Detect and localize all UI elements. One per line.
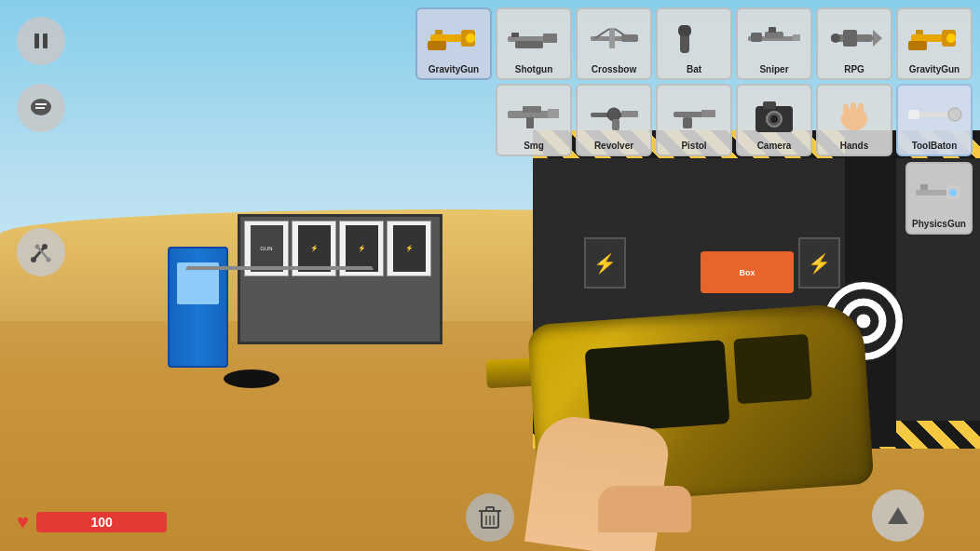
range-board: GUN ⚡ ⚡ ⚡ — [238, 214, 442, 344]
weapon-cell-revolver[interactable]: Revolver — [576, 84, 652, 156]
svg-rect-5 — [34, 34, 39, 48]
chat-icon — [29, 97, 53, 119]
weapon-icon-crossbow — [581, 14, 647, 62]
svg-rect-71 — [851, 102, 856, 119]
pause-button[interactable] — [17, 17, 65, 65]
weapon-label-smg: Smg — [524, 141, 544, 152]
vending-machine — [168, 247, 228, 368]
weapon-icon-gravity-gun-1 — [421, 14, 486, 62]
weapon-icon-camera — [742, 90, 807, 139]
svg-rect-63 — [683, 117, 692, 128]
weapon-icon-gravity-gun-2 — [902, 14, 967, 62]
weapon-label-physics-gun: PhysicsGun — [912, 219, 966, 230]
trash-icon — [478, 504, 502, 531]
weapon-icon-smg — [501, 90, 566, 139]
svg-rect-24 — [430, 34, 463, 42]
svg-rect-28 — [428, 41, 446, 50]
weapon-label-gravity-gun-1: GravityGun — [429, 64, 479, 75]
delete-button[interactable] — [466, 493, 514, 542]
weapon-cell-hands[interactable]: Hands — [816, 84, 892, 156]
weapon-cell-bat[interactable]: Bat — [656, 7, 732, 80]
svg-rect-62 — [674, 112, 706, 117]
svg-point-15 — [47, 258, 51, 262]
weapon-cell-crossbow[interactable]: Crossbow — [576, 7, 652, 80]
weapon-label-hands: Hands — [840, 141, 869, 152]
svg-rect-26 — [435, 30, 442, 34]
weapon-label-bat: Bat — [687, 64, 701, 75]
weapon-cell-physics-gun[interactable]: PhysicsGun — [905, 162, 973, 235]
svg-marker-46 — [873, 30, 882, 47]
weapon-cell-pistol[interactable]: Pistol — [656, 84, 732, 156]
weapon-cell-rpg[interactable]: RPG — [816, 7, 892, 80]
weapon-icon-tool-baton — [902, 90, 967, 139]
svg-rect-72 — [858, 103, 864, 119]
svg-rect-41 — [765, 32, 783, 38]
weapon-label-gravity-gun-2: GravityGun — [909, 64, 960, 75]
svg-point-78 — [949, 189, 957, 196]
weapon-label-rpg: RPG — [844, 64, 864, 75]
svg-rect-75 — [908, 110, 919, 119]
svg-point-13 — [42, 244, 48, 249]
weapon-grid-row1: GravityGun Shotgun Crossbow Bat Sniper R… — [415, 7, 973, 80]
svg-rect-30 — [515, 41, 543, 48]
health-bar-container: ♥ 100 — [17, 510, 167, 534]
weapon-cell-gravity-gun-1[interactable]: GravityGun — [415, 7, 492, 80]
svg-rect-47 — [843, 30, 857, 47]
svg-rect-56 — [526, 117, 534, 128]
runway — [185, 266, 374, 270]
jump-button[interactable] — [872, 490, 924, 542]
weapon-label-pistol: Pistol — [681, 141, 706, 152]
tools-icon — [28, 239, 54, 265]
weapon-detail-2 — [733, 334, 812, 404]
svg-rect-57 — [548, 109, 559, 118]
weapon-cell-camera[interactable]: Camera — [736, 84, 812, 156]
weapon-icon-revolver — [581, 90, 647, 139]
weapon-grid-row2: Smg Revolver Pistol Camera Hands ToolBat… — [496, 84, 973, 156]
svg-point-7 — [31, 99, 51, 115]
svg-rect-61 — [621, 111, 638, 117]
svg-rect-79 — [920, 184, 928, 190]
svg-rect-51 — [916, 30, 923, 34]
svg-rect-60 — [612, 119, 619, 130]
weapon-icon-physics-gun — [911, 168, 967, 217]
chat-button[interactable] — [17, 84, 65, 132]
weapon-icon-bat — [661, 14, 727, 62]
svg-point-67 — [770, 115, 778, 123]
weapon-dark-detail — [585, 340, 730, 433]
pause-icon — [31, 31, 51, 51]
svg-rect-32 — [511, 33, 519, 37]
health-icon: ♥ — [17, 510, 29, 534]
svg-rect-37 — [621, 34, 638, 42]
game-viewport: ⚡ ⚡ Box GUN ⚡ ⚡ ⚡ — [0, 0, 980, 551]
weapon-icon-sniper — [742, 14, 807, 62]
weapon-label-camera: Camera — [757, 141, 792, 152]
weapon-grid-row3: PhysicsGun — [905, 162, 973, 235]
svg-rect-43 — [793, 34, 800, 41]
weapon-icon-hands — [822, 90, 887, 139]
weapon-icon-pistol — [661, 90, 727, 139]
weapon-cell-shotgun[interactable]: Shotgun — [496, 7, 572, 80]
player-fingers — [598, 486, 691, 532]
svg-rect-55 — [523, 106, 541, 113]
jump-icon — [886, 504, 910, 528]
svg-rect-31 — [543, 34, 557, 43]
svg-point-74 — [948, 108, 961, 121]
weapon-cell-smg[interactable]: Smg — [496, 84, 572, 156]
svg-rect-64 — [701, 110, 715, 117]
weapon-cell-gravity-gun-2[interactable]: GravityGun — [896, 7, 973, 80]
weapon-cell-tool-baton[interactable]: ToolBaton — [896, 84, 973, 156]
svg-point-12 — [31, 257, 36, 262]
svg-marker-23 — [888, 507, 908, 524]
svg-point-48 — [831, 34, 840, 43]
weapon-icon-rpg — [822, 14, 887, 62]
range-card-4: ⚡ — [387, 221, 431, 276]
tyre-left — [224, 370, 279, 388]
weapon-label-sniper: Sniper — [759, 64, 788, 75]
svg-rect-53 — [908, 41, 927, 50]
health-bar: 100 — [36, 512, 167, 532]
weapon-label-revolver: Revolver — [594, 141, 633, 152]
tools-button[interactable] — [17, 228, 65, 276]
weapon-cell-sniper[interactable]: Sniper — [736, 7, 812, 80]
svg-rect-34 — [609, 28, 615, 48]
weapon-label-tool-baton: ToolBaton — [912, 141, 958, 152]
